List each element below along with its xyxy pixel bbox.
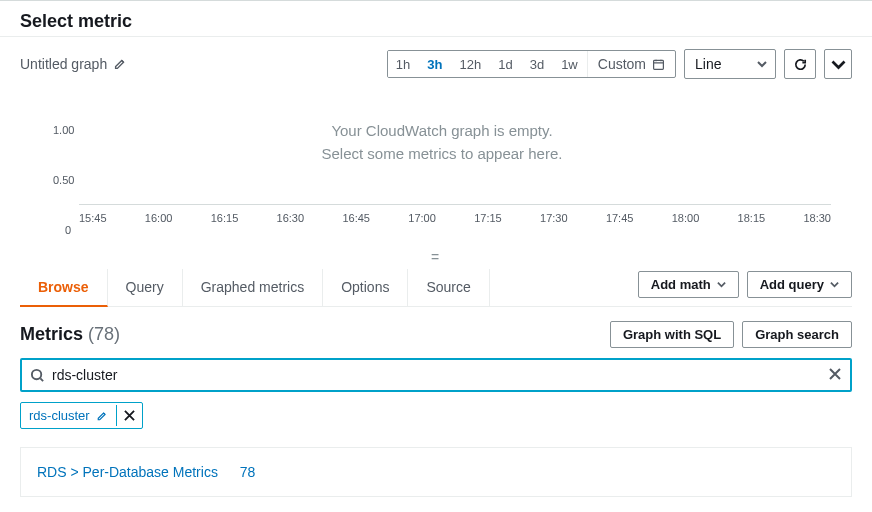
range-3h[interactable]: 3h [419,51,451,77]
close-icon [828,367,842,381]
metrics-title-text: Metrics [20,324,83,344]
refresh-button[interactable] [784,49,816,79]
x-tick: 15:45 [79,212,107,224]
x-tick: 18:00 [672,212,700,224]
graph-title-text: Untitled graph [20,56,107,72]
range-custom[interactable]: Custom [587,51,675,77]
x-tick: 17:30 [540,212,568,224]
tab-query[interactable]: Query [108,269,183,306]
result-text: RDS > Per-Database Metrics [37,464,218,480]
caret-down-icon [717,277,726,292]
tab-options[interactable]: Options [323,269,408,306]
tab-source[interactable]: Source [408,269,489,306]
graph-with-sql-button[interactable]: Graph with SQL [610,321,734,348]
range-12h[interactable]: 12h [452,51,491,77]
caret-down-icon [830,277,839,292]
search-input[interactable] [52,367,820,383]
range-3d[interactable]: 3d [522,51,553,77]
filter-chip: rds-cluster [20,402,143,429]
x-tick: 16:45 [342,212,370,224]
chart-empty-line1: Your CloudWatch graph is empty. [53,122,831,139]
x-axis: 15:45 16:00 16:15 16:30 16:45 17:00 17:1… [79,212,831,224]
refresh-icon [793,57,808,72]
x-tick: 16:30 [277,212,305,224]
chip-label: rds-cluster [29,408,90,423]
search-clear-button[interactable] [828,367,842,384]
calendar-icon [652,58,665,71]
x-tick: 17:45 [606,212,634,224]
edit-icon[interactable] [113,57,127,71]
chart-empty-line2: Select some metrics to appear here. [53,145,831,162]
metrics-result-link[interactable]: RDS > Per-Database Metrics 78 [37,464,255,480]
chart-area: 1.00 0.50 0 Your CloudWatch graph is emp… [20,87,852,247]
range-1w[interactable]: 1w [553,51,587,77]
add-query-label: Add query [760,277,824,292]
tabs: Browse Query Graphed metrics Options Sou… [20,269,490,306]
graph-search-button[interactable]: Graph search [742,321,852,348]
caret-down-icon [831,57,846,72]
chip-remove-button[interactable] [116,405,142,426]
add-math-button[interactable]: Add math [638,271,739,298]
svg-point-1 [32,369,41,378]
chart-baseline [79,204,831,205]
resize-handle[interactable]: = [20,247,852,267]
refresh-options-button[interactable] [824,49,852,79]
add-query-button[interactable]: Add query [747,271,852,298]
svg-rect-0 [654,60,664,69]
close-icon [124,410,135,421]
x-tick: 17:15 [474,212,502,224]
graph-title[interactable]: Untitled graph [20,56,127,72]
x-tick: 18:30 [803,212,831,224]
chip-label-wrap[interactable]: rds-cluster [21,403,116,428]
metrics-search[interactable] [20,358,852,392]
metrics-title: Metrics (78) [20,324,120,345]
tab-graphed-metrics[interactable]: Graphed metrics [183,269,323,306]
add-math-label: Add math [651,277,711,292]
tab-browse[interactable]: Browse [20,269,108,307]
dialog-header: Select metric [0,1,872,37]
result-count: 78 [240,464,256,480]
search-icon [30,368,45,383]
x-tick: 17:00 [408,212,436,224]
metrics-count: (78) [88,324,120,344]
edit-icon [96,410,108,422]
page-title: Select metric [20,11,852,32]
range-custom-label: Custom [598,56,646,72]
metrics-result-card: RDS > Per-Database Metrics 78 [20,447,852,497]
time-range-group: 1h 3h 12h 1d 3d 1w Custom [387,50,676,78]
range-1h[interactable]: 1h [388,51,419,77]
range-1d[interactable]: 1d [490,51,521,77]
x-tick: 18:15 [738,212,766,224]
x-tick: 16:00 [145,212,173,224]
chart-type-select[interactable]: Line [684,49,776,79]
chart-type-label: Line [695,56,721,72]
x-tick: 16:15 [211,212,239,224]
caret-down-icon [757,56,767,72]
